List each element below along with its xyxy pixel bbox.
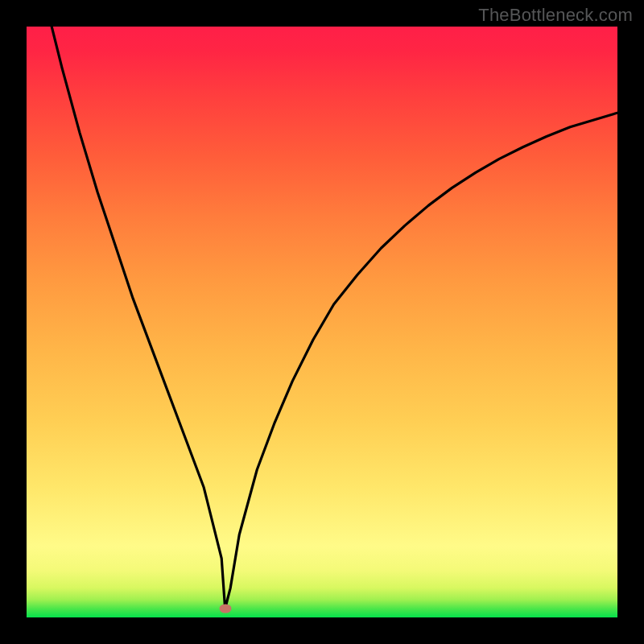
watermark-text: TheBottleneck.com: [478, 5, 633, 26]
bottleneck-curve: [27, 27, 617, 617]
chart-frame: TheBottleneck.com: [0, 0, 644, 644]
optimal-point-marker: [219, 604, 231, 613]
plot-area: [27, 27, 617, 617]
